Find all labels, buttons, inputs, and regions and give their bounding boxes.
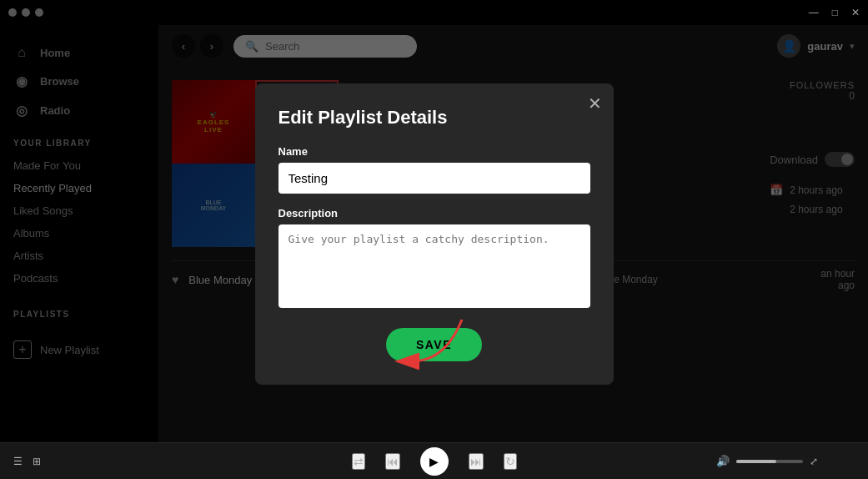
- titlebar-dot-1: [8, 8, 17, 17]
- fullscreen-icon[interactable]: ⤢: [810, 456, 818, 467]
- name-label: Name: [278, 145, 590, 158]
- repeat-button[interactable]: ↻: [504, 453, 517, 470]
- devices-icon[interactable]: ⊞: [33, 456, 41, 467]
- close-button[interactable]: ✕: [851, 7, 860, 18]
- titlebar-controls: — □ ✕: [809, 7, 860, 18]
- modal-title: Edit Playlist Details: [278, 107, 590, 129]
- queue-icon[interactable]: ☰: [13, 456, 23, 467]
- minimize-button[interactable]: —: [809, 7, 819, 18]
- playlist-description-input[interactable]: [278, 224, 590, 308]
- titlebar: — □ ✕: [0, 0, 868, 25]
- description-label: Description: [278, 207, 590, 219]
- volume-icon: 🔊: [716, 455, 730, 467]
- shuffle-button[interactable]: ⇄: [352, 453, 365, 470]
- next-button[interactable]: ⏭: [469, 453, 484, 470]
- left-controls: ☰ ⊞: [13, 456, 41, 467]
- titlebar-dots: [8, 8, 43, 17]
- modal-overlay: Edit Playlist Details ✕ Name Description…: [0, 25, 868, 442]
- playlist-name-input[interactable]: [278, 163, 590, 194]
- modal-close-button[interactable]: ✕: [588, 95, 602, 112]
- save-button[interactable]: SAVE: [386, 328, 482, 361]
- previous-button[interactable]: ⏮: [385, 453, 400, 470]
- maximize-button[interactable]: □: [832, 7, 838, 18]
- volume-fill: [736, 460, 776, 463]
- play-button[interactable]: ▶: [420, 447, 449, 476]
- edit-playlist-modal: Edit Playlist Details ✕ Name Description…: [255, 83, 614, 385]
- volume-bar[interactable]: [736, 460, 803, 463]
- volume-area: 🔊 ⤢: [716, 455, 818, 467]
- bottom-bar: ☰ ⊞ ⇄ ⏮ ▶ ⏭ ↻ 🔊 ⤢: [0, 442, 868, 479]
- titlebar-dot-3: [35, 8, 43, 17]
- titlebar-dot-2: [22, 8, 30, 17]
